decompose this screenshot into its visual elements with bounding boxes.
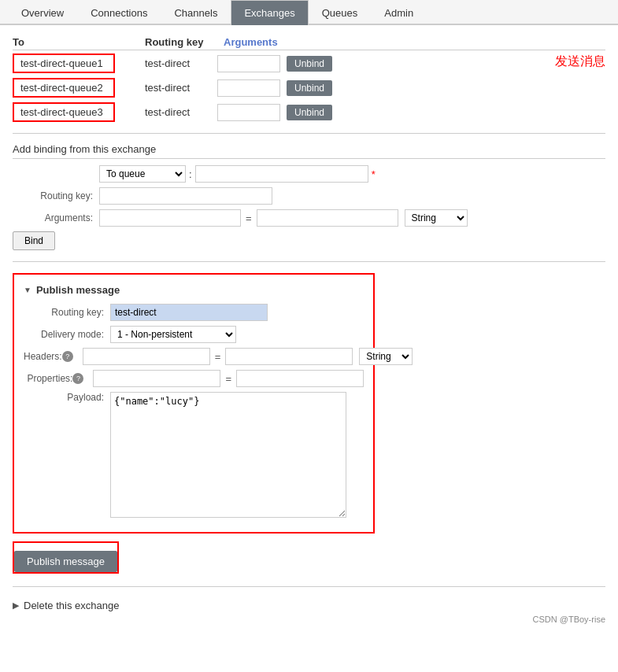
publish-properties-label: Properties: ? (24, 373, 93, 384)
divider-2 (13, 261, 605, 262)
tab-overview[interactable]: Overview (8, 0, 77, 25)
binding-args-input-1[interactable] (217, 55, 280, 72)
headers-type-select[interactable]: String Integer (359, 348, 413, 365)
main-content: To Routing key Arguments test-direct-que… (0, 25, 618, 633)
delete-section: ▶ Delete this exchange (13, 600, 605, 611)
args-key-input[interactable] (99, 209, 241, 227)
publish-headers-row: Headers: ? = String Integer (24, 348, 364, 365)
add-binding-args-label: Arguments: (13, 212, 99, 223)
queue-name-2: test-direct-queue2 (13, 78, 115, 98)
publish-payload-label: Payload: (24, 392, 110, 403)
publish-rk-row: Routing key: (24, 304, 364, 321)
collapse-icon[interactable]: ▼ (24, 286, 31, 294)
send-message-label: 发送消息 (555, 54, 605, 70)
binding-to-3: test-direct-queue3 (13, 102, 139, 122)
tab-queues[interactable]: Queues (309, 0, 372, 25)
delete-exchange-link[interactable]: Delete this exchange (24, 600, 119, 611)
queue-name-3: test-direct-queue3 (13, 102, 115, 122)
add-binding-args-row: Arguments: = String Integer Boolean (13, 209, 605, 227)
equals-sign: = (246, 212, 252, 224)
publish-routing-key-input[interactable] (110, 304, 268, 321)
tab-channels[interactable]: Channels (161, 0, 231, 25)
args-value-input[interactable] (257, 209, 398, 227)
binding-args-2: Unbind (217, 79, 524, 97)
nav-tabs: Overview Connections Channels Exchanges … (0, 0, 618, 25)
publish-section-title: Publish message (36, 284, 120, 296)
col-header-to: To (13, 36, 139, 48)
tab-admin[interactable]: Admin (371, 0, 427, 25)
add-binding-header: Add binding from this exchange (13, 143, 605, 159)
publish-message-section: ▼ Publish message Routing key: Delivery … (13, 273, 375, 534)
binding-args-input-2[interactable] (217, 79, 280, 97)
binding-args-1: Unbind (217, 55, 524, 72)
publish-delivery-row: Delivery mode: 1 - Non-persistent 2 - Pe… (24, 326, 364, 343)
payload-textarea[interactable]: {"name":"lucy"} (110, 392, 346, 518)
binding-row-3: test-direct-queue3 test-direct Unbind (13, 102, 524, 122)
add-binding-rk-label: Routing key: (13, 190, 99, 201)
headers-help-icon[interactable]: ? (62, 351, 73, 362)
add-binding-rk-row: Routing key: (13, 187, 605, 205)
headers-key-input[interactable] (83, 348, 210, 365)
bind-button[interactable]: Bind (13, 231, 55, 250)
headers-equals: = (215, 351, 221, 363)
binding-row-2: test-direct-queue2 test-direct Unbind (13, 78, 524, 98)
queue-name-1: test-direct-queue1 (13, 54, 115, 73)
publish-section-header: ▼ Publish message (24, 284, 364, 296)
publish-rk-label: Routing key: (24, 307, 110, 318)
bindings-header: To Routing key Arguments (13, 35, 605, 50)
publish-properties-row: Properties: ? = (24, 370, 364, 387)
binding-to-2: test-direct-queue2 (13, 78, 139, 98)
divider-1 (13, 133, 605, 134)
properties-value-input[interactable] (236, 370, 364, 387)
binding-rk-3: test-direct (139, 106, 217, 118)
headers-value-input[interactable] (225, 348, 353, 365)
footer-label: CSDN @TBoy-rise (13, 615, 605, 624)
args-type-select[interactable]: String Integer Boolean (405, 209, 468, 227)
to-queue-select[interactable]: To queue To exchange (99, 165, 186, 183)
binding-rk-1: test-direct (139, 57, 217, 69)
bind-btn-row: Bind (13, 231, 605, 250)
properties-key-input[interactable] (93, 370, 220, 387)
add-binding-to-row: To queue To exchange : * (13, 165, 605, 183)
unbind-btn-3[interactable]: Unbind (287, 105, 332, 120)
required-star: * (372, 168, 376, 180)
delete-arrow-icon: ▶ (13, 600, 19, 611)
col-header-arguments: Arguments (217, 36, 278, 48)
routing-key-input[interactable] (99, 187, 272, 205)
publish-btn-wrapper: Publish message (13, 541, 119, 574)
binding-rk-2: test-direct (139, 82, 217, 94)
binding-args-3: Unbind (217, 104, 524, 121)
tab-exchanges[interactable]: Exchanges (231, 0, 308, 25)
delivery-mode-select[interactable]: 1 - Non-persistent 2 - Persistent (110, 326, 236, 343)
properties-help-icon[interactable]: ? (72, 373, 83, 384)
binding-row-1: test-direct-queue1 test-direct Unbind (13, 54, 524, 73)
binding-args-input-3[interactable] (217, 104, 280, 121)
tab-connections[interactable]: Connections (77, 0, 161, 25)
to-queue-input[interactable] (195, 165, 368, 183)
unbind-btn-2[interactable]: Unbind (287, 80, 332, 96)
add-binding-section: Add binding from this exchange To queue … (13, 143, 605, 250)
publish-headers-label: Headers: ? (24, 351, 83, 362)
publish-message-button[interactable]: Publish message (14, 551, 117, 572)
colon-separator: : (189, 168, 192, 180)
unbind-btn-1[interactable]: Unbind (287, 56, 332, 72)
properties-equals: = (225, 373, 231, 385)
divider-3 (13, 586, 605, 587)
col-header-routing-key: Routing key (139, 36, 217, 48)
publish-delivery-label: Delivery mode: (24, 329, 110, 340)
publish-payload-row: Payload: {"name":"lucy"} (24, 392, 364, 518)
binding-to-1: test-direct-queue1 (13, 54, 139, 73)
